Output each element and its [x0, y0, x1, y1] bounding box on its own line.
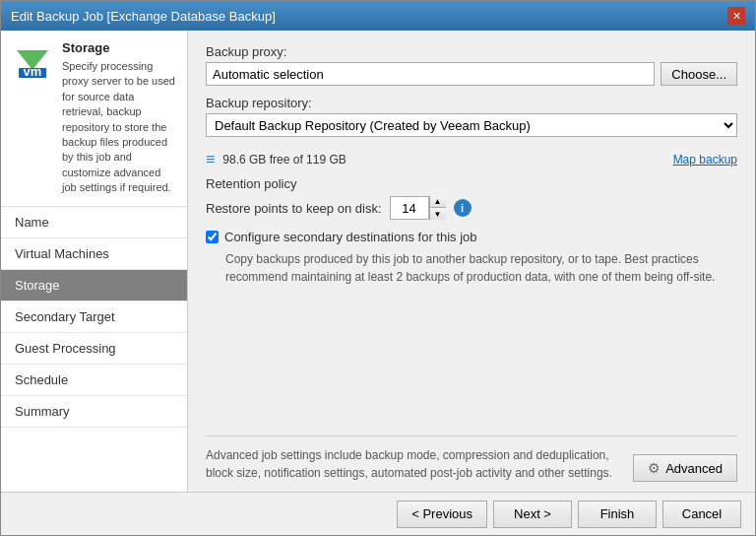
backup-proxy-row: Choose...	[206, 62, 737, 86]
finish-button[interactable]: Finish	[578, 501, 657, 528]
storage-free-text: 98.6 GB free of 119 GB	[222, 153, 346, 167]
retention-section: Retention policy Restore points to keep …	[206, 176, 737, 220]
storage-info-row: ≡ 98.6 GB free of 119 GB Map backup	[206, 151, 737, 168]
spinner-arrows: ▲ ▼	[429, 196, 446, 220]
sidebar-item-guest-processing[interactable]: Guest Processing	[1, 333, 187, 365]
sidebar-item-name[interactable]: Name	[1, 207, 187, 238]
backup-repository-select[interactable]: Default Backup Repository (Created by Ve…	[206, 113, 737, 137]
backup-proxy-label: Backup proxy:	[206, 44, 737, 59]
sidebar-item-storage[interactable]: Storage	[1, 270, 187, 302]
retention-policy-title: Retention policy	[206, 176, 737, 191]
secondary-checkbox[interactable]	[206, 231, 219, 243]
gear-icon: ⚙	[648, 460, 661, 476]
retention-spinner: ▲ ▼	[390, 196, 446, 220]
window-title: Edit Backup Job [Exchange Database Backu…	[11, 9, 276, 24]
sidebar-item-schedule[interactable]: Schedule	[1, 365, 187, 396]
next-button[interactable]: Next >	[493, 501, 572, 528]
advanced-button[interactable]: ⚙ Advanced	[633, 454, 737, 482]
retention-label: Restore points to keep on disk:	[206, 201, 382, 216]
main-panel: Backup proxy: Choose... Backup repositor…	[188, 31, 755, 492]
cancel-button[interactable]: Cancel	[662, 501, 741, 528]
header-title: Storage	[62, 40, 175, 55]
retention-value-input[interactable]	[390, 196, 429, 220]
nav-items: Name Virtual Machines Storage Secondary …	[1, 207, 187, 492]
header-section: vm Storage Specify processing proxy serv…	[1, 31, 187, 207]
backup-proxy-group: Backup proxy: Choose...	[206, 44, 737, 86]
spinner-down-button[interactable]: ▼	[430, 208, 446, 220]
database-icon: ≡	[206, 151, 215, 168]
backup-proxy-input[interactable]	[206, 62, 655, 86]
spinner-up-button[interactable]: ▲	[430, 196, 446, 208]
secondary-checkbox-row: Configure secondary destinations for thi…	[206, 230, 737, 244]
sidebar-item-summary[interactable]: Summary	[1, 396, 187, 428]
choose-button[interactable]: Choose...	[661, 62, 737, 86]
secondary-description: Copy backups produced by this job to ano…	[225, 250, 737, 286]
info-icon[interactable]: i	[454, 199, 472, 217]
title-bar: Edit Backup Job [Exchange Database Backu…	[1, 1, 755, 31]
header-description: Specify processing proxy server to be us…	[62, 59, 175, 196]
advanced-description: Advanced job settings include backup mod…	[206, 446, 623, 482]
sidebar-item-secondary-target[interactable]: Secondary Target	[1, 302, 187, 333]
backup-repository-group: Backup repository: Default Backup Reposi…	[206, 96, 737, 137]
spacer	[206, 286, 737, 430]
backup-repository-label: Backup repository:	[206, 96, 737, 110]
advanced-section: Advanced job settings include backup mod…	[206, 436, 737, 482]
retention-row: Restore points to keep on disk: ▲ ▼ i	[206, 196, 737, 220]
close-button[interactable]: ✕	[727, 7, 745, 25]
sidebar-item-virtual-machines[interactable]: Virtual Machines	[1, 238, 187, 270]
window: Edit Backup Job [Exchange Database Backu…	[0, 0, 756, 536]
map-backup-link[interactable]: Map backup	[673, 153, 737, 167]
header-text: Storage Specify processing proxy server …	[62, 40, 175, 196]
footer: < Previous Next > Finish Cancel	[1, 492, 755, 535]
previous-button[interactable]: < Previous	[397, 501, 487, 528]
veeam-storage-icon: vm	[13, 40, 52, 80]
secondary-checkbox-label[interactable]: Configure secondary destinations for thi…	[224, 230, 477, 244]
content-area: vm Storage Specify processing proxy serv…	[1, 31, 755, 492]
svg-text:vm: vm	[24, 64, 42, 79]
sidebar: vm Storage Specify processing proxy serv…	[1, 31, 188, 492]
